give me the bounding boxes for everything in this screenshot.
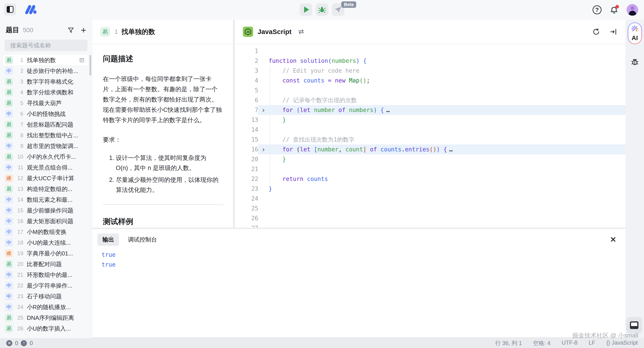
problem-list-item[interactable]: 中9超市里的货物架调... [0,141,92,152]
problem-list-item[interactable]: 中16最大矩形面积问题 [0,216,92,226]
code-line[interactable]: 6// 记录每个数字出现的次数 [235,95,626,105]
avatar-head [630,6,634,10]
close-output-button[interactable]: ✕ [609,236,617,243]
code-line[interactable]: 5 [235,86,626,95]
difficulty-badge: 易 [5,88,13,96]
tab-debug-console[interactable]: 调试控制台 [123,234,162,246]
code-line[interactable]: 3// Edit your code here [235,66,626,76]
fold-chevron-icon[interactable]: › [258,146,268,153]
problem-title: 找单独的数 [27,56,56,64]
problem-list-item[interactable]: 易25DNA序列编辑距离 [0,312,92,323]
problem-list-item[interactable]: 易10小F的永久代币卡... [0,152,92,162]
problem-list-item[interactable]: 中21环形数组中的最... [0,270,92,280]
code-editor[interactable]: 12function solution(numbers) {3// Edit y… [235,44,626,228]
sidebar-scrollbar[interactable] [90,55,91,76]
status-item[interactable]: 行 36, 列 1 [495,340,522,347]
code-line[interactable]: 25 [235,204,626,213]
problem-list-item[interactable]: 易5寻找最大葫芦 [0,98,92,108]
problem-list-item[interactable]: 易1找单独的数 [3,55,88,66]
problem-title: 寻找最大葫芦 [27,99,62,107]
difficulty-badge: 中 [5,217,13,225]
problem-list-item[interactable]: 中2徒步旅行中的补给... [0,66,92,76]
folded-code-ellipsis[interactable]: … [449,146,453,153]
problem-list-item[interactable]: 中14数组元素之和最... [0,194,92,205]
status-item[interactable]: UTF-8 [562,340,578,347]
status-item[interactable]: {} JavaScript [606,340,638,347]
filter-button[interactable] [68,27,74,34]
layout-button[interactable] [610,28,618,36]
problem-list-item[interactable]: 中18小U的最大连续... [0,237,92,248]
code-line[interactable]: 22return counts [235,174,626,184]
code-line[interactable]: 21 [235,164,626,174]
problem-list-item[interactable]: 中24小R的随机播放... [0,302,92,312]
status-item[interactable]: LF [588,340,595,347]
code-line[interactable]: 2function solution(numbers) { [235,56,626,66]
debug-button[interactable] [316,3,328,16]
difficulty-badge: 中 [5,110,13,118]
user-avatar[interactable] [626,4,638,16]
problem-list-item[interactable]: 中17小M的数组变换 [0,226,92,237]
problem-list-item[interactable]: 难12最大UCC子串计算 [0,173,92,184]
problem-list-item[interactable]: 易4数字分组求偶数和 [0,87,92,98]
code-line[interactable]: 26 [235,213,626,223]
problem-number: 14 [13,196,23,203]
code-line[interactable]: 27 [235,223,626,228]
problem-list-item[interactable]: 中23石子移动问题 [0,291,92,302]
problem-list-item[interactable]: 易13构造特定数组的... [0,184,92,194]
code-line[interactable]: 16›for (let [number, count] of counts.en… [235,144,626,154]
help-button[interactable]: ? [592,5,602,14]
problem-list-item[interactable]: 易26小U的数字插入... [0,323,92,334]
problem-list-item[interactable]: 中22最少字符串操作... [0,280,92,291]
problem-number: 18 [13,240,23,246]
sidebar-toggle-button[interactable] [4,3,16,16]
problems-summary[interactable]: ✕ 0 ! 0 [6,340,33,347]
difficulty-badge: 中 [5,206,13,214]
warnings-count: 0 [30,340,33,347]
line-number: 15 [235,136,258,143]
bug-icon [318,6,326,14]
code-line[interactable]: 1 [235,46,626,56]
code-line[interactable]: 15// 查找出现次数为1的数字 [235,135,626,144]
problem-title: 构造特定数组的... [27,185,72,193]
line-number: 21 [235,166,258,172]
ai-assistant-button[interactable]: AI [628,22,642,44]
code-line[interactable]: 24 [235,194,626,204]
add-problem-button[interactable]: + [81,26,86,35]
problem-number: 10 [13,154,23,160]
search-box[interactable] [4,40,88,51]
folded-code-ellipsis[interactable]: … [386,107,390,114]
tab-output[interactable]: 输出 [98,234,119,246]
problem-list-item[interactable]: 易7创意标题匹配问题 [0,119,92,130]
rail-debug-button[interactable] [630,57,640,66]
problem-list-item[interactable]: 易8找出整型数组中占... [0,130,92,141]
problem-list-item[interactable]: 易20比赛配对问题 [0,259,92,270]
problem-description-panel: 易 1 找单独的数 问题描述 在一个班级中，每位同学都拿到了一张卡片，上面有一个… [92,20,233,228]
topbar-right: ? [592,0,638,20]
editor-header: JS JavaScript [235,20,626,44]
notifications-button[interactable] [610,5,618,14]
problem-title: 数组元素之和最... [27,196,72,204]
section-divider [103,204,223,205]
problem-title: 石子移动问题 [27,292,62,300]
problem-list-item[interactable]: 中6小E的怪物挑战 [0,108,92,119]
code-line[interactable]: 14 [235,125,626,135]
problem-list-item[interactable]: 难19字典序最小的01... [0,248,92,259]
problem-list-item[interactable]: 中11观光景点组合得... [0,162,92,173]
status-item[interactable]: 空格: 4 [533,340,550,347]
problem-list-item[interactable]: 中15最少前缀操作问题 [0,205,92,216]
code-line[interactable]: 20} [235,154,626,164]
toggle-bottom-panel-button[interactable] [626,317,642,333]
search-input[interactable] [10,42,85,49]
code-line[interactable]: 7›for (let number of numbers) {… [235,105,626,115]
reset-code-button[interactable] [592,28,600,36]
problem-list-item[interactable]: 易3数字字符串格式化 [0,76,92,87]
code-line[interactable]: 23} [235,184,626,194]
code-line[interactable]: 13} [235,115,626,125]
switch-language-button[interactable] [298,28,305,36]
run-button[interactable] [300,3,312,16]
difficulty-badge: 易 [5,260,13,268]
problem-number: 3 [13,78,23,85]
code-line[interactable]: 4const counts = new Map(); [235,76,626,86]
fold-chevron-icon[interactable]: › [258,106,268,114]
problem-title: 徒步旅行中的补给... [27,67,78,75]
